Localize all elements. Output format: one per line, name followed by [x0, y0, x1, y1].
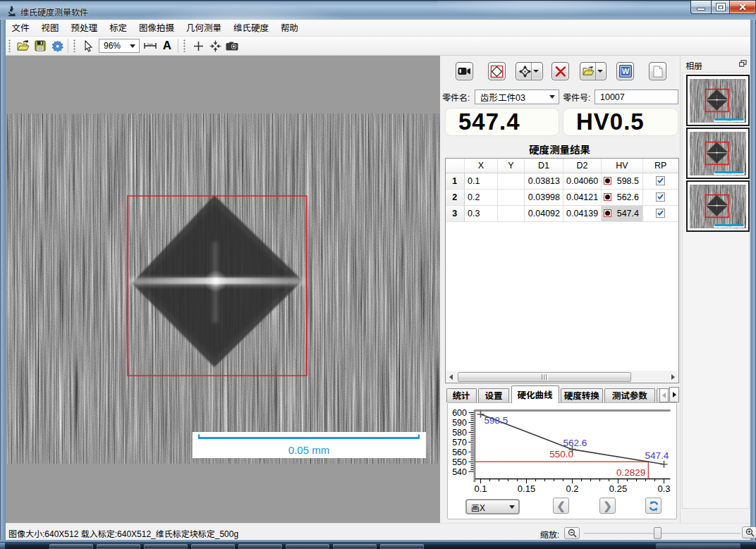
column-header-D2[interactable]: D2 — [563, 159, 602, 173]
taskbar-button[interactable] — [191, 544, 235, 549]
measure-indent-button[interactable] — [488, 62, 506, 80]
rp-checkbox[interactable] — [656, 209, 665, 218]
curve-prev-button[interactable]: ❮ — [553, 498, 569, 514]
album-panel: 相册 — [680, 56, 750, 523]
column-header-num[interactable] — [446, 159, 465, 173]
menu-item-1[interactable]: 文件 — [6, 20, 35, 37]
curve-refresh-button[interactable] — [645, 498, 662, 514]
taskbar-button[interactable] — [97, 544, 140, 549]
curve-axis-combo[interactable]: 画X — [465, 499, 520, 514]
hardness-scale-box: HV0.5 — [563, 108, 678, 136]
zoom-in-button[interactable] — [742, 526, 756, 538]
hardness-value-box: 547.4 — [445, 108, 559, 136]
export-word-button[interactable]: W — [616, 62, 634, 80]
minimize-button[interactable] — [690, 1, 711, 14]
open-record-dropdown[interactable] — [595, 63, 604, 80]
zoom-in-icon — [745, 528, 755, 537]
column-header-D1[interactable]: D1 — [525, 159, 563, 173]
delete-measure-button[interactable] — [551, 62, 569, 80]
part-no-value: 10007 — [595, 92, 678, 102]
close-button[interactable]: ✕ — [730, 1, 756, 14]
svg-text:W: W — [621, 67, 629, 75]
menu-item-7[interactable]: 维氏硬度 — [228, 20, 275, 37]
move-roi-dropdown[interactable] — [531, 63, 540, 80]
capture-image-button[interactable] — [224, 38, 240, 54]
zoom-out-button[interactable] — [564, 527, 580, 539]
album-thumbnail[interactable] — [686, 75, 750, 126]
taskbar-start-sliver[interactable] — [0, 543, 5, 549]
scroll-right-button[interactable] — [668, 371, 678, 383]
table-row[interactable]: 20.20.039980.04121562.6 — [446, 189, 678, 205]
tab-scroll-left-icon — [662, 393, 666, 398]
check-icon — [657, 209, 664, 217]
rp-checkbox[interactable] — [656, 176, 665, 185]
specimen-image[interactable] — [7, 113, 440, 464]
taskbar-button[interactable] — [144, 544, 188, 549]
taskbar-button[interactable] — [380, 544, 424, 549]
taskbar-button[interactable] — [333, 544, 377, 549]
menu-item-3[interactable]: 预处理 — [65, 20, 104, 37]
taskbar — [0, 543, 756, 549]
album-thumbnail[interactable] — [686, 180, 750, 232]
open-file-button[interactable] — [16, 38, 32, 54]
menu-item-4[interactable]: 标定 — [104, 20, 133, 37]
move-roi-button[interactable] — [516, 62, 543, 80]
zoom-level-combo[interactable]: 96% — [99, 39, 140, 53]
tab-scroll-right-button[interactable] — [669, 387, 679, 402]
add-point-button[interactable] — [190, 38, 207, 54]
rp-checkbox[interactable] — [656, 192, 665, 202]
taskbar-button[interactable] — [286, 544, 329, 549]
scrollbar-thumb[interactable] — [458, 372, 631, 382]
svg-text:5mm: 5mm — [147, 43, 153, 46]
zoom-slider-track[interactable] — [584, 533, 740, 534]
column-header-HV[interactable]: HV — [602, 159, 643, 173]
column-header-RP[interactable]: RP — [643, 159, 678, 173]
results-table-title: 硬度测量结果 — [440, 142, 679, 156]
save-floppy-icon — [35, 40, 46, 51]
open-folder-icon-2 — [583, 66, 595, 76]
cell-x: 0.2 — [465, 189, 498, 205]
video-capture-button[interactable] — [456, 62, 473, 80]
curve-next-button[interactable]: ❯ — [599, 498, 616, 514]
tab-设置[interactable]: 设置 — [478, 388, 509, 402]
part-no-input[interactable]: 10007 — [595, 90, 678, 104]
menu-item-5[interactable]: 图像拍摄 — [133, 20, 181, 37]
tab-硬化曲线[interactable]: 硬化曲线 — [511, 385, 559, 403]
reference-y-label: 550.0 — [549, 449, 573, 459]
open-record-button[interactable] — [580, 62, 606, 80]
tab-硬度转换[interactable]: 硬度转换 — [561, 388, 603, 402]
taskbar-button[interactable] — [238, 544, 282, 549]
tab-scroll-left-button[interactable] — [659, 388, 669, 402]
taskbar-button[interactable] — [49, 544, 93, 549]
table-row[interactable]: 30.30.040920.04139547.4 — [446, 205, 678, 221]
restore-button[interactable] — [711, 1, 730, 14]
zoom-slider-handle[interactable] — [654, 527, 662, 539]
part-name-combo[interactable]: 齿形工件03 — [475, 90, 559, 104]
settings-button[interactable] — [49, 38, 66, 54]
hardness-value: 547.4 — [446, 109, 520, 135]
data-point-marker — [661, 461, 668, 468]
column-header-X[interactable]: X — [465, 159, 498, 173]
float-window-icon[interactable] — [739, 60, 747, 67]
table-row[interactable]: 10.10.038130.04060598.5 — [446, 173, 678, 189]
scroll-left-button[interactable] — [446, 371, 456, 383]
menu-item-2[interactable]: 视图 — [35, 20, 65, 37]
menu-item-8[interactable]: 帮助 — [275, 20, 305, 37]
table-hscrollbar[interactable] — [446, 371, 678, 383]
toolbar-gripper-3 — [183, 39, 186, 52]
measure-length-button[interactable]: 5mm — [142, 38, 159, 54]
cell-y — [498, 189, 525, 205]
menu-item-6[interactable]: 几何测量 — [181, 20, 228, 37]
pointer-tool-button[interactable] — [80, 38, 97, 54]
album-thumbnail[interactable] — [686, 128, 750, 179]
check-icon — [657, 177, 664, 185]
tab-统计[interactable]: 统计 — [446, 388, 477, 402]
caption-buttons: ✕ — [690, 1, 756, 14]
tab-测试参数[interactable]: 测试参数 — [604, 388, 655, 402]
text-annotation-button[interactable]: A — [159, 38, 176, 54]
center-target-button[interactable] — [207, 38, 224, 54]
column-header-Y[interactable]: Y — [498, 159, 525, 173]
new-blank-button[interactable] — [649, 62, 666, 80]
chevron-left-icon: ❮ — [556, 500, 566, 511]
save-button[interactable] — [32, 38, 49, 54]
